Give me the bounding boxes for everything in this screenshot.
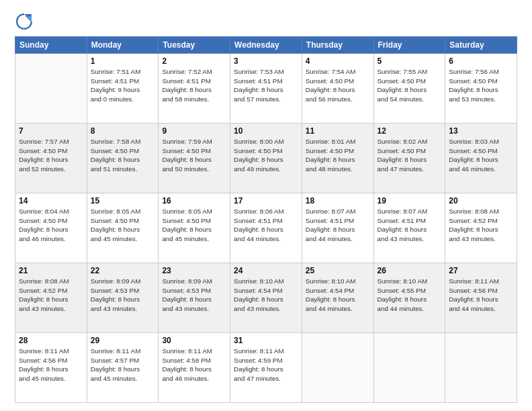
day-number: 31 [234, 336, 298, 345]
calendar-cell: 24Sunrise: 8:10 AM Sunset: 4:54 PM Dayli… [230, 263, 302, 333]
day-number: 12 [378, 126, 442, 136]
logo-icon [15, 12, 34, 31]
day-info: Sunrise: 7:51 AM Sunset: 4:51 PM Dayligh… [91, 67, 155, 104]
calendar-cell: 21Sunrise: 8:08 AM Sunset: 4:52 PM Dayli… [15, 263, 87, 333]
calendar-cell [302, 333, 373, 403]
calendar-table: SundayMondayTuesdayWednesdayThursdayFrid… [15, 36, 517, 403]
calendar-cell [373, 333, 445, 403]
calendar-cell: 30Sunrise: 8:11 AM Sunset: 4:58 PM Dayli… [159, 333, 230, 403]
day-info: Sunrise: 7:54 AM Sunset: 4:50 PM Dayligh… [306, 67, 370, 104]
day-info: Sunrise: 7:57 AM Sunset: 4:50 PM Dayligh… [19, 137, 83, 174]
calendar-cell: 25Sunrise: 8:10 AM Sunset: 4:54 PM Dayli… [302, 263, 373, 333]
calendar-cell: 9Sunrise: 7:59 AM Sunset: 4:50 PM Daylig… [159, 124, 230, 193]
day-info: Sunrise: 8:10 AM Sunset: 4:54 PM Dayligh… [234, 277, 298, 314]
day-info: Sunrise: 8:08 AM Sunset: 4:52 PM Dayligh… [19, 277, 83, 314]
weekday-header-friday: Friday [373, 37, 445, 54]
calendar-cell: 19Sunrise: 8:07 AM Sunset: 4:51 PM Dayli… [373, 193, 445, 263]
day-number: 9 [162, 126, 226, 136]
logo [15, 12, 36, 31]
day-info: Sunrise: 8:11 AM Sunset: 4:58 PM Dayligh… [162, 347, 226, 383]
page: SundayMondayTuesdayWednesdayThursdayFrid… [0, 0, 532, 411]
calendar-cell: 11Sunrise: 8:01 AM Sunset: 4:50 PM Dayli… [302, 124, 373, 193]
day-info: Sunrise: 8:11 AM Sunset: 4:59 PM Dayligh… [234, 347, 298, 383]
calendar-cell: 17Sunrise: 8:06 AM Sunset: 4:51 PM Dayli… [230, 193, 302, 263]
day-number: 20 [449, 196, 513, 205]
day-number: 6 [449, 56, 513, 66]
day-info: Sunrise: 8:04 AM Sunset: 4:50 PM Dayligh… [19, 207, 83, 244]
weekday-header-row: SundayMondayTuesdayWednesdayThursdayFrid… [15, 37, 517, 54]
calendar-cell: 4Sunrise: 7:54 AM Sunset: 4:50 PM Daylig… [302, 54, 373, 124]
calendar-cell: 27Sunrise: 8:11 AM Sunset: 4:56 PM Dayli… [445, 263, 517, 333]
calendar-cell: 6Sunrise: 7:56 AM Sunset: 4:50 PM Daylig… [445, 54, 517, 124]
day-number: 3 [234, 56, 298, 66]
calendar-cell: 29Sunrise: 8:11 AM Sunset: 4:57 PM Dayli… [87, 333, 159, 403]
calendar-cell: 13Sunrise: 8:03 AM Sunset: 4:50 PM Dayli… [445, 124, 517, 193]
week-row-4: 21Sunrise: 8:08 AM Sunset: 4:52 PM Dayli… [15, 263, 517, 333]
calendar-cell [445, 333, 517, 403]
day-info: Sunrise: 8:11 AM Sunset: 4:57 PM Dayligh… [91, 347, 155, 383]
calendar-cell: 1Sunrise: 7:51 AM Sunset: 4:51 PM Daylig… [87, 54, 159, 124]
day-info: Sunrise: 7:56 AM Sunset: 4:50 PM Dayligh… [449, 67, 513, 104]
day-number: 21 [19, 266, 83, 275]
day-info: Sunrise: 8:07 AM Sunset: 4:51 PM Dayligh… [306, 207, 370, 244]
day-number: 10 [234, 126, 298, 136]
day-info: Sunrise: 8:01 AM Sunset: 4:50 PM Dayligh… [306, 137, 370, 174]
day-number: 30 [162, 336, 226, 345]
day-info: Sunrise: 8:00 AM Sunset: 4:50 PM Dayligh… [234, 137, 298, 174]
weekday-header-saturday: Saturday [445, 37, 517, 54]
calendar-cell [15, 54, 87, 124]
day-info: Sunrise: 8:10 AM Sunset: 4:55 PM Dayligh… [378, 277, 442, 314]
calendar-cell: 3Sunrise: 7:53 AM Sunset: 4:51 PM Daylig… [230, 54, 302, 124]
day-info: Sunrise: 8:11 AM Sunset: 4:56 PM Dayligh… [19, 347, 83, 383]
week-row-2: 7Sunrise: 7:57 AM Sunset: 4:50 PM Daylig… [15, 124, 517, 193]
calendar-cell: 18Sunrise: 8:07 AM Sunset: 4:51 PM Dayli… [302, 193, 373, 263]
day-number: 4 [306, 56, 370, 66]
day-number: 5 [378, 56, 442, 66]
day-number: 29 [91, 336, 155, 345]
week-row-5: 28Sunrise: 8:11 AM Sunset: 4:56 PM Dayli… [15, 333, 517, 403]
calendar-cell: 10Sunrise: 8:00 AM Sunset: 4:50 PM Dayli… [230, 124, 302, 193]
day-number: 28 [19, 336, 83, 345]
weekday-header-thursday: Thursday [302, 37, 373, 54]
calendar-cell: 28Sunrise: 8:11 AM Sunset: 4:56 PM Dayli… [15, 333, 87, 403]
day-info: Sunrise: 8:05 AM Sunset: 4:50 PM Dayligh… [162, 207, 226, 244]
day-info: Sunrise: 7:58 AM Sunset: 4:50 PM Dayligh… [91, 137, 155, 174]
day-number: 15 [91, 196, 155, 205]
day-number: 26 [378, 266, 442, 275]
calendar-cell: 16Sunrise: 8:05 AM Sunset: 4:50 PM Dayli… [159, 193, 230, 263]
weekday-header-sunday: Sunday [15, 37, 87, 54]
day-number: 8 [91, 126, 155, 136]
calendar-cell: 8Sunrise: 7:58 AM Sunset: 4:50 PM Daylig… [87, 124, 159, 193]
day-number: 25 [306, 266, 370, 275]
day-info: Sunrise: 8:05 AM Sunset: 4:50 PM Dayligh… [91, 207, 155, 244]
day-info: Sunrise: 8:06 AM Sunset: 4:51 PM Dayligh… [234, 207, 298, 244]
calendar-cell: 15Sunrise: 8:05 AM Sunset: 4:50 PM Dayli… [87, 193, 159, 263]
calendar-cell: 14Sunrise: 8:04 AM Sunset: 4:50 PM Dayli… [15, 193, 87, 263]
day-info: Sunrise: 7:53 AM Sunset: 4:51 PM Dayligh… [234, 67, 298, 104]
day-info: Sunrise: 7:55 AM Sunset: 4:50 PM Dayligh… [378, 67, 442, 104]
day-info: Sunrise: 8:09 AM Sunset: 4:53 PM Dayligh… [162, 277, 226, 314]
day-number: 7 [19, 126, 83, 136]
day-info: Sunrise: 8:02 AM Sunset: 4:50 PM Dayligh… [378, 137, 442, 174]
calendar-cell: 2Sunrise: 7:52 AM Sunset: 4:51 PM Daylig… [159, 54, 230, 124]
day-info: Sunrise: 7:52 AM Sunset: 4:51 PM Dayligh… [162, 67, 226, 104]
calendar-cell: 5Sunrise: 7:55 AM Sunset: 4:50 PM Daylig… [373, 54, 445, 124]
header [15, 12, 517, 31]
day-info: Sunrise: 8:11 AM Sunset: 4:56 PM Dayligh… [449, 277, 513, 314]
weekday-header-monday: Monday [87, 37, 159, 54]
day-number: 19 [378, 196, 442, 205]
day-number: 23 [162, 266, 226, 275]
calendar-cell: 22Sunrise: 8:09 AM Sunset: 4:53 PM Dayli… [87, 263, 159, 333]
calendar-cell: 23Sunrise: 8:09 AM Sunset: 4:53 PM Dayli… [159, 263, 230, 333]
day-info: Sunrise: 8:08 AM Sunset: 4:52 PM Dayligh… [449, 207, 513, 244]
calendar-cell: 26Sunrise: 8:10 AM Sunset: 4:55 PM Dayli… [373, 263, 445, 333]
day-number: 24 [234, 266, 298, 275]
day-number: 17 [234, 196, 298, 205]
day-info: Sunrise: 8:09 AM Sunset: 4:53 PM Dayligh… [91, 277, 155, 314]
day-number: 13 [449, 126, 513, 136]
day-number: 16 [162, 196, 226, 205]
day-number: 2 [162, 56, 226, 66]
calendar-cell: 31Sunrise: 8:11 AM Sunset: 4:59 PM Dayli… [230, 333, 302, 403]
day-info: Sunrise: 7:59 AM Sunset: 4:50 PM Dayligh… [162, 137, 226, 174]
day-info: Sunrise: 8:03 AM Sunset: 4:50 PM Dayligh… [449, 137, 513, 174]
